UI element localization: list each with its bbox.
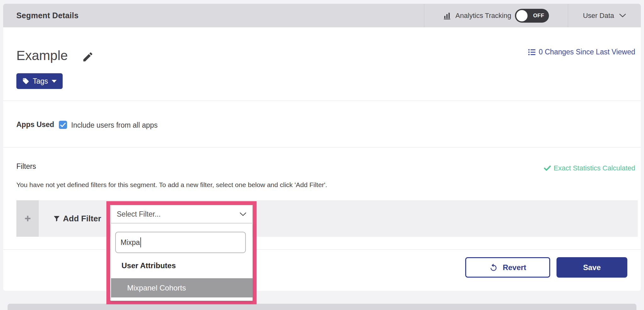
bar-chart-icon bbox=[443, 11, 452, 20]
exact-statistics-status: Exact Statistics Calculated bbox=[544, 164, 635, 172]
filters-description: You have not yet defined filters for thi… bbox=[16, 181, 327, 189]
text-caret bbox=[140, 237, 141, 247]
dropdown-group-header: User Attributes bbox=[121, 261, 176, 270]
dropdown-option-mixpanel-cohorts[interactable]: Mixpanel Cohorts bbox=[111, 278, 253, 297]
filter-search-input[interactable]: Mixpa bbox=[115, 232, 246, 253]
caret-down-icon bbox=[52, 80, 57, 83]
page-title: Segment Details bbox=[16, 4, 79, 27]
analytics-tracking-group: Analytics Tracking OFF bbox=[424, 4, 568, 27]
card-header: Segment Details Analytics Tracking OFF U… bbox=[3, 4, 641, 27]
list-icon bbox=[528, 48, 536, 56]
next-section-bar bbox=[8, 304, 636, 310]
add-filter-plus-button[interactable] bbox=[16, 200, 39, 237]
filter-search-value: Mixpa bbox=[121, 238, 140, 247]
user-data-label: User Data bbox=[583, 12, 614, 20]
tags-button[interactable]: Tags bbox=[16, 73, 63, 89]
include-all-apps-checkbox[interactable] bbox=[59, 121, 67, 129]
revert-button[interactable]: Revert bbox=[465, 257, 550, 278]
analytics-tracking-label: Analytics Tracking bbox=[455, 12, 511, 20]
plus-icon bbox=[24, 214, 32, 223]
apps-used-label: Apps Used bbox=[16, 120, 54, 129]
divider bbox=[3, 147, 641, 147]
select-filter-dropdown[interactable]: Select Filter... bbox=[111, 205, 252, 223]
save-button-label: Save bbox=[583, 263, 601, 272]
select-filter-placeholder: Select Filter... bbox=[117, 210, 240, 219]
segment-name: Example bbox=[16, 48, 68, 63]
filter-dropdown-panel: Mixpa User Attributes Mixpanel Cohorts bbox=[111, 223, 252, 301]
filters-title: Filters bbox=[16, 162, 36, 171]
add-filter-row: Add Filter bbox=[16, 200, 638, 237]
chevron-down-icon bbox=[619, 14, 626, 18]
user-data-dropdown[interactable]: User Data bbox=[568, 4, 641, 27]
revert-button-label: Revert bbox=[503, 263, 526, 272]
edit-pencil-icon[interactable] bbox=[82, 51, 94, 63]
toggle-state-label: OFF bbox=[533, 9, 545, 23]
exact-statistics-label: Exact Statistics Calculated bbox=[554, 164, 635, 172]
toggle-knob bbox=[516, 10, 528, 21]
changes-since-last-viewed-link[interactable]: 0 Changes Since Last Viewed bbox=[528, 48, 635, 56]
add-filter-label: Add Filter bbox=[63, 214, 101, 224]
divider bbox=[3, 101, 641, 101]
chevron-down-icon bbox=[240, 212, 246, 216]
divider bbox=[3, 249, 641, 250]
check-icon bbox=[544, 165, 551, 171]
analytics-tracking-toggle[interactable]: OFF bbox=[515, 9, 549, 23]
save-button[interactable]: Save bbox=[556, 257, 627, 278]
changes-link-label: 0 Changes Since Last Viewed bbox=[539, 48, 635, 56]
dropdown-option-label: Mixpanel Cohorts bbox=[127, 284, 186, 292]
undo-icon bbox=[489, 263, 498, 272]
include-all-apps-label: Include users from all apps bbox=[71, 121, 158, 130]
tags-button-label: Tags bbox=[33, 77, 48, 86]
check-icon bbox=[60, 123, 66, 127]
add-filter-label-group: Add Filter bbox=[53, 200, 101, 237]
tag-icon bbox=[22, 78, 29, 85]
funnel-icon bbox=[53, 215, 60, 222]
